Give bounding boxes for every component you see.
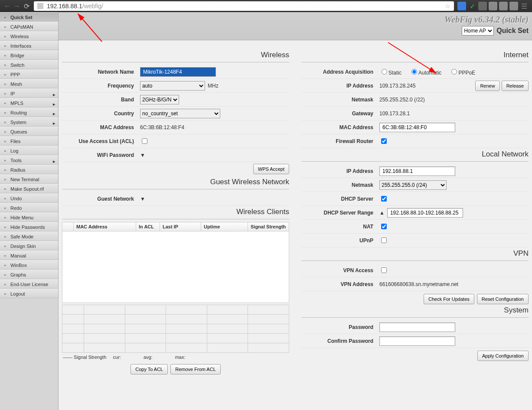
remove-from-acl-button[interactable]: Remove From ACL [170,364,221,374]
wps-accept-button[interactable]: WPS Accept [253,164,289,174]
network-name-input[interactable] [140,67,216,77]
sidebar-item-label: Quick Set [10,15,33,20]
nat-checkbox[interactable] [381,224,387,229]
url-bar[interactable]: 192.168.88.1/webfig/ ☆ [34,1,454,11]
sidebar-item-interfaces[interactable]: ▫Interfaces [0,41,58,50]
band-select[interactable]: 2GHz-B/G/N [140,95,179,104]
sidebar-item-label: End-User License [10,282,48,287]
sidebar-item-safe-mode[interactable]: ▫Safe Mode [0,231,58,241]
dhcp-range-input[interactable] [387,208,463,218]
reload-icon[interactable]: ⟳ [22,2,31,10]
menu-item-icon: ▫ [2,176,9,183]
reset-config-button[interactable]: Reset Configuration [477,294,529,304]
chevron-down-icon[interactable]: ▼ [140,196,145,202]
sidebar-item-mpls[interactable]: ▫MPLS▸ [0,98,58,107]
check-updates-button[interactable]: Check For Updates [424,294,474,304]
sidebar-item-system[interactable]: ▫System▸ [0,117,58,127]
clients-body [62,231,289,303]
col-signal[interactable]: Signal Strength [248,222,289,231]
menu-item-icon: ▫ [2,90,9,97]
country-label: Country [62,111,140,117]
country-select[interactable]: no_country_set [140,109,220,118]
copy-to-acl-button[interactable]: Copy To ACL [131,364,168,374]
pocket-icon[interactable] [478,2,487,10]
release-button[interactable]: Release [502,81,529,91]
sidebar-item-winbox[interactable]: ▫WinBox [0,260,58,270]
translate-icon[interactable] [457,2,466,10]
wireless-mac-value: 6C:3B:6B:12:48:F4 [140,124,289,130]
network-name-label: Network Name [62,69,140,75]
chevron-down-icon[interactable]: ▼ [140,152,145,158]
sidebar-item-label: Graphs [10,272,26,277]
renew-button[interactable]: Renew [475,81,499,91]
menu-item-icon: ▫ [2,109,9,116]
sidebar-item-switch[interactable]: ▫Switch [0,60,58,69]
sidebar-item-undo[interactable]: ▫Undo [0,193,58,203]
star-icon[interactable]: ☆ [445,3,450,10]
sidebar-item-quick-set[interactable]: ▫Quick Set [0,12,58,22]
ext-icon[interactable] [509,2,518,10]
dhcp-checkbox[interactable] [381,196,387,202]
sidebar-item-queues[interactable]: ▫Queues [0,127,58,136]
ext-icon[interactable] [489,2,497,10]
sidebar-item-redo[interactable]: ▫Redo [0,203,58,212]
sidebar-item-radius[interactable]: ▫Radius [0,165,58,174]
mode-select[interactable]: Home AP [462,26,494,36]
menu-icon[interactable]: ☰ [520,2,529,10]
col-lastip[interactable]: Last IP [160,222,201,231]
sidebar-item-hide-passwords[interactable]: ▫Hide Passwords [0,222,58,231]
sidebar-item-files[interactable]: ▫Files [0,136,58,146]
sidebar-item-graphs[interactable]: ▫Graphs [0,270,58,279]
frequency-label: Frequency [62,83,140,89]
chevron-up-icon[interactable]: ▲ [379,210,385,216]
menu-item-icon: ▫ [2,157,9,164]
sidebar-item-capsman[interactable]: ▫CAPsMAN [0,22,58,31]
left-column: Wireless Network Name FrequencyautoMHz B… [62,49,289,374]
menu-item-icon: ▫ [2,224,9,231]
local-ip-input[interactable] [379,166,455,176]
sidebar-item-wireless[interactable]: ▫Wireless [0,31,58,41]
sidebar-item-routing[interactable]: ▫Routing▸ [0,107,58,117]
vpn-access-checkbox[interactable] [381,267,387,273]
sidebar-item-logout[interactable]: ▫Logout [0,289,58,298]
sidebar-item-ppp[interactable]: ▫PPP [0,69,58,79]
sidebar-item-tools[interactable]: ▫Tools▸ [0,155,58,165]
menu-item-icon: ▫ [2,205,9,212]
sidebar-item-log[interactable]: ▫Log [0,146,58,155]
frequency-unit: MHz [208,83,219,89]
sidebar-item-hide-menu[interactable]: ▫Hide Menu [0,212,58,222]
sidebar-item-label: Tools [10,158,22,163]
sidebar-item-design-skin[interactable]: ▫Design Skin [0,241,58,251]
back-icon[interactable]: ← [3,2,12,10]
internet-ip-label: IP Address [301,83,379,89]
sidebar-item-label: Interfaces [10,43,31,49]
sidebar-item-manual[interactable]: ▫Manual [0,251,58,260]
sidebar-item-end-user-license[interactable]: ▫End-User License [0,279,58,289]
local-netmask-select[interactable]: 255.255.255.0 (/24) [379,180,447,190]
sidebar-item-new-terminal[interactable]: ▫New Terminal [0,174,58,184]
acq-pppoe[interactable]: PPPoE [449,68,475,76]
col-inacl[interactable]: In ACL [136,222,160,231]
forward-icon[interactable]: → [12,2,22,10]
confirm-password-input[interactable] [379,336,455,346]
internet-mac-input[interactable] [379,123,455,132]
sidebar-item-ip[interactable]: ▫IP▸ [0,88,58,98]
acl-checkbox[interactable] [142,138,147,144]
col-uptime[interactable]: Uptime [201,222,248,231]
sidebar-item-mesh[interactable]: ▫Mesh [0,79,58,88]
apply-config-button[interactable]: Apply Configuration [477,351,529,361]
checkmark-icon[interactable]: ✓ [468,2,477,10]
ext-icon[interactable] [499,2,508,10]
section-system: System [301,304,529,318]
firewall-label: Firewall Router [301,138,379,144]
password-input[interactable] [379,322,455,332]
sidebar-item-label: Radius [10,167,25,172]
firewall-checkbox[interactable] [381,138,387,144]
menu-item-icon: ▫ [2,62,9,68]
menu-item-icon: ▫ [2,128,9,135]
frequency-select[interactable]: auto [140,81,205,91]
col-mac[interactable]: MAC Address [74,222,136,231]
sidebar-item-make-supout-rif[interactable]: ▫Make Supout.rif [0,184,58,193]
sidebar-item-bridge[interactable]: ▫Bridge [0,50,58,60]
upnp-checkbox[interactable] [381,238,387,243]
